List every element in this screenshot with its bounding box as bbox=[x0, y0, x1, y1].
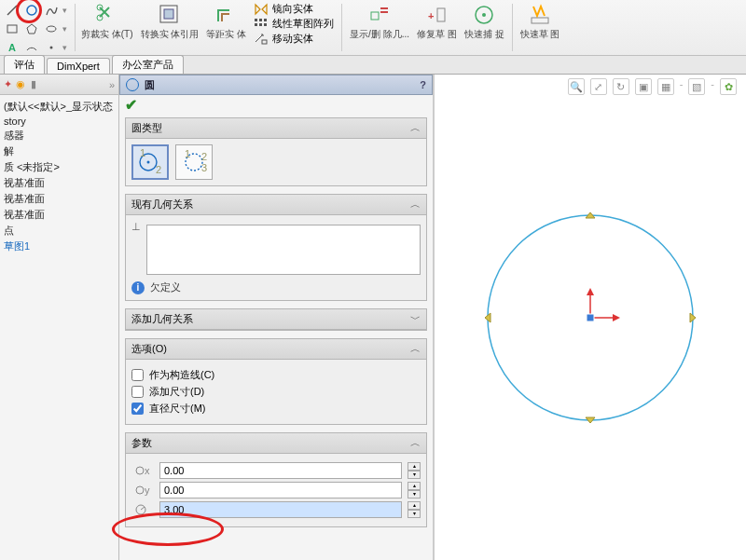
option-add-dimension[interactable]: 添加尺寸(D) bbox=[131, 385, 421, 399]
option-construction-label: 作为构造线(C) bbox=[149, 368, 214, 382]
quick-snap-button[interactable]: 快速捕 捉 bbox=[464, 2, 504, 39]
trim-entities-button[interactable]: 剪裁实 体(T) bbox=[81, 2, 133, 39]
option-diameter-dimension[interactable]: 直径尺寸(M) bbox=[131, 402, 421, 416]
tree-origin[interactable]: 点 bbox=[4, 223, 115, 239]
tree-material[interactable]: 质 <未指定> bbox=[4, 159, 115, 175]
cy-spinner[interactable]: ▴▾ bbox=[408, 482, 421, 499]
scene-icon[interactable]: ✿ bbox=[720, 78, 737, 95]
rapid-sketch-button[interactable]: 快速草 图 bbox=[520, 2, 560, 39]
section-relations-title: 现有几何关系 bbox=[131, 198, 193, 212]
collapse-icon[interactable]: ︿ bbox=[410, 436, 421, 450]
svg-rect-17 bbox=[371, 12, 379, 20]
collapse-icon[interactable]: ﹀ bbox=[410, 312, 421, 326]
spline-tool[interactable] bbox=[43, 2, 60, 19]
circle-icon bbox=[126, 78, 139, 91]
section-parameters-title: 参数 bbox=[131, 436, 152, 450]
svg-rect-10 bbox=[255, 19, 257, 21]
tab-bar: 评估 DimXpert 办公室产品 bbox=[0, 56, 746, 75]
collapse-icon[interactable]: ︿ bbox=[410, 198, 421, 212]
rect-tool[interactable] bbox=[4, 20, 21, 37]
option-construction[interactable]: 作为构造线(C) bbox=[131, 368, 421, 382]
relations-listbox[interactable] bbox=[146, 225, 421, 275]
help-icon[interactable]: ? bbox=[420, 79, 426, 90]
svg-point-1 bbox=[27, 6, 36, 15]
tree-plane-1[interactable]: 视基准面 bbox=[4, 175, 115, 191]
radius-icon bbox=[131, 501, 154, 518]
param-cy-input[interactable] bbox=[159, 482, 402, 499]
section-addrel-title: 添加几何关系 bbox=[131, 312, 193, 326]
tree-annotations[interactable]: 解 bbox=[4, 143, 115, 159]
section-view-icon[interactable]: ▣ bbox=[635, 78, 652, 95]
perimeter-circle-type[interactable]: 123 bbox=[175, 144, 213, 180]
svg-point-35 bbox=[136, 486, 144, 494]
center-circle-type[interactable]: 12 bbox=[131, 144, 169, 180]
point-tool[interactable] bbox=[43, 39, 60, 56]
section-circle-type: 圆类型︿ 12 123 bbox=[125, 117, 427, 186]
collapse-icon[interactable]: ︿ bbox=[410, 342, 421, 356]
tab-office[interactable]: 办公室产品 bbox=[112, 55, 184, 74]
svg-rect-24 bbox=[532, 18, 548, 23]
ok-check-icon[interactable]: ✔ bbox=[125, 96, 137, 114]
render-icon[interactable]: ▧ bbox=[688, 78, 705, 95]
svg-text:3: 3 bbox=[201, 162, 207, 173]
convert-entities-button[interactable]: 转换实 体引用 bbox=[141, 2, 200, 39]
svg-line-38 bbox=[141, 507, 145, 510]
mirror-entities-button[interactable]: 镜向实体 bbox=[254, 2, 334, 16]
linear-pattern-button[interactable]: 线性草图阵列 bbox=[254, 17, 334, 31]
feature-tree: (默认<<默认>_显示状态 story 感器 解 质 <未指定> 视基准面 视基… bbox=[0, 95, 118, 258]
cy-icon: y bbox=[131, 482, 154, 499]
offset-entities-button[interactable]: 等距实 体 bbox=[206, 2, 246, 39]
radius-spinner[interactable]: ▴▾ bbox=[408, 501, 421, 518]
line-tool[interactable] bbox=[4, 2, 21, 19]
collapse-icon[interactable]: ︿ bbox=[410, 121, 421, 135]
small-tools-block: ▾ ▾ A ▾ bbox=[4, 2, 67, 56]
display-delete-button[interactable]: 显示/删 除几... bbox=[350, 2, 409, 39]
pin-icon[interactable]: ▮ bbox=[29, 78, 38, 90]
more-icon[interactable]: » bbox=[109, 79, 115, 90]
rotate-view-icon[interactable]: ↻ bbox=[613, 78, 629, 95]
tree-sensors[interactable]: 感器 bbox=[4, 128, 115, 143]
tab-evaluate[interactable]: 评估 bbox=[4, 55, 45, 74]
svg-text:2: 2 bbox=[201, 151, 207, 162]
text-tool[interactable]: A bbox=[4, 39, 21, 56]
param-cx-input[interactable] bbox=[159, 462, 402, 479]
feature-tree-panel: ✦ ◉ ▮ » (默认<<默认>_显示状态 story 感器 解 质 <未指定>… bbox=[0, 75, 119, 560]
tree-plane-3[interactable]: 视基准面 bbox=[4, 207, 115, 223]
zoom-area-icon[interactable]: ⤢ bbox=[590, 78, 607, 95]
circle-tool[interactable] bbox=[23, 2, 40, 19]
tab-dimxpert[interactable]: DimXpert bbox=[47, 58, 110, 74]
param-radius: ▴▾ bbox=[131, 501, 421, 518]
svg-line-0 bbox=[7, 6, 17, 15]
section-add-relations: 添加几何关系﹀ bbox=[125, 308, 427, 331]
confirm-row: ✔ bbox=[119, 95, 433, 114]
param-radius-input[interactable] bbox=[159, 501, 402, 518]
svg-rect-9 bbox=[164, 9, 173, 19]
svg-text:1: 1 bbox=[185, 149, 190, 159]
option-add-dimension-label: 添加尺寸(D) bbox=[149, 385, 204, 399]
graphics-viewport[interactable]: 🔍 ⤢ ↻ ▣ ▦ - ▧ - ✿ bbox=[435, 75, 746, 560]
svg-marker-3 bbox=[27, 24, 36, 34]
repair-sketch-button[interactable]: + 修复草 图 bbox=[417, 2, 457, 39]
globe-icon[interactable]: ◉ bbox=[16, 78, 25, 90]
svg-point-33 bbox=[136, 467, 144, 474]
origin-icon[interactable]: ✦ bbox=[4, 78, 12, 90]
svg-rect-21 bbox=[437, 8, 445, 21]
arc-tool[interactable] bbox=[23, 39, 40, 56]
cx-spinner[interactable]: ▴▾ bbox=[408, 462, 421, 479]
svg-rect-15 bbox=[264, 23, 267, 26]
panel-header: 圆 ? bbox=[119, 75, 433, 95]
zoom-fit-icon[interactable]: 🔍 bbox=[568, 78, 585, 95]
section-options: 选项(O)︿ 作为构造线(C) 添加尺寸(D) 直径尺寸(M) bbox=[125, 338, 427, 425]
poly-tool[interactable] bbox=[23, 20, 40, 37]
view-toolbar: 🔍 ⤢ ↻ ▣ ▦ - ▧ - ✿ bbox=[568, 78, 737, 95]
svg-text:1: 1 bbox=[140, 149, 145, 158]
sketch-circle[interactable] bbox=[460, 187, 721, 448]
tree-history[interactable]: story bbox=[4, 115, 115, 128]
move-entities-button[interactable]: 移动实体 bbox=[254, 32, 334, 46]
svg-rect-16 bbox=[262, 40, 267, 44]
display-style-icon[interactable]: ▦ bbox=[657, 78, 674, 95]
tree-sketch1[interactable]: 草图1 bbox=[4, 239, 115, 254]
tree-config[interactable]: (默认<<默认>_显示状态 bbox=[4, 99, 115, 115]
tree-plane-2[interactable]: 视基准面 bbox=[4, 191, 115, 207]
ellipse-tool[interactable] bbox=[43, 20, 60, 37]
